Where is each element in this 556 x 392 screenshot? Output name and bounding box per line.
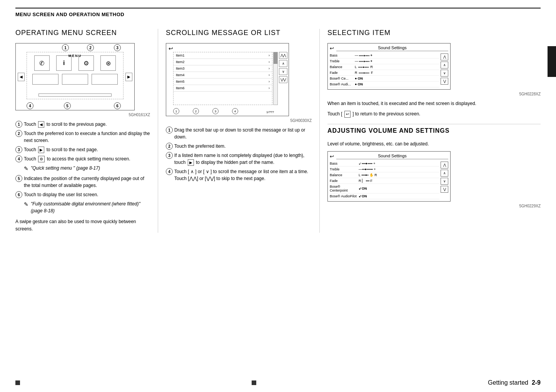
item-6-arrow: › xyxy=(269,86,270,90)
footer-circle-2: 2 xyxy=(193,108,199,114)
adjust-back-icon: ↩ xyxy=(330,153,334,159)
scroll-down-btn[interactable]: ∨ xyxy=(279,68,287,75)
gear-icon: ⚙ xyxy=(38,156,45,162)
item-5-label: Item5 xyxy=(176,80,185,83)
col-scrolling: SCROLLING MESSAGE OR LIST ↩ Item1› Item2… xyxy=(158,29,319,233)
footer-squares-left xyxy=(15,380,20,385)
item-6-label: Item6 xyxy=(176,86,185,90)
adj-down-bot[interactable]: ⋁ xyxy=(441,186,448,193)
instr-4-note: ✎ "Quick setting menu " (page 8-17) xyxy=(24,165,150,173)
treble-control: — ▪▪▪▪●▪▪▪▪ + xyxy=(355,59,439,63)
adj-fade-label: Fade xyxy=(330,179,359,183)
scroll-instr-1: 1 Drag the scroll bar up or down to scro… xyxy=(166,127,312,140)
main-columns: OPERATING MENU SCREEN ◀ ▶ MENU ✆ i ⚙ ⊛ xyxy=(15,29,541,233)
scrollbar-thumb xyxy=(274,52,277,64)
circle-1-pos: 1 xyxy=(62,44,70,51)
item-5-arrow: › xyxy=(269,80,270,83)
adj-up[interactable]: ∧ xyxy=(441,170,448,177)
adj-down[interactable]: ∨ xyxy=(441,178,448,185)
select-row-balance: Balance L ▪▪▪▪●▪▪▪▪ R xyxy=(330,64,439,70)
footer-page-label: Getting started xyxy=(488,379,528,386)
note-icon-1: ✎ xyxy=(24,165,28,173)
bose-c-label: Bose® Ce... xyxy=(330,77,355,80)
adjust-intro: Level of volume, brightness, etc. can be… xyxy=(327,140,541,148)
fade-control: R ▪▪▪▪●▪▪▪▪ F xyxy=(355,71,439,75)
select-touch-return: Touch [ ↩ ] to return to the previous sc… xyxy=(327,110,541,118)
scroll-top-btn[interactable]: ⋀⋀ xyxy=(279,52,287,59)
page-counter: 1/??? xyxy=(266,110,274,114)
select-diagram-id: 5GH0228XZ xyxy=(327,92,541,96)
scroll-item-1: Item1› xyxy=(174,52,272,59)
footer-circle-4: 4 xyxy=(232,108,238,114)
adj-row-treble: Treble —▪▪●▪▪▪▪▪ + xyxy=(330,167,439,172)
item-3-arrow: › xyxy=(269,67,270,70)
bose-c-control: ● ON xyxy=(355,77,439,80)
treble-minus: — xyxy=(355,59,358,63)
select-down-bot[interactable]: ⋁ xyxy=(441,78,448,85)
instr-5: 5 Indicates the position of the currentl… xyxy=(15,175,150,189)
instr-5-text: Indicates the position of the currently … xyxy=(24,175,150,189)
select-back-icon: ↩ xyxy=(330,45,334,51)
instr-6-text: Touch to display the user list screen. xyxy=(24,191,150,198)
adj-bose-c-on: ↙ON xyxy=(359,187,367,190)
adj-bass-label: Bass xyxy=(330,162,359,165)
menu-box-3 xyxy=(92,74,118,85)
adj-row-fade: Fade R ▏ ▪▪▪ F xyxy=(330,178,439,184)
scroll-num-1: 1 xyxy=(166,127,173,133)
select-row-bass: Bass — ▪▪▪▪●▪▪▪▪ + xyxy=(330,53,439,58)
num-1: 1 xyxy=(15,121,22,128)
balance-r: R xyxy=(371,65,373,69)
scroll-instr-2: 2 Touch the preferred item. xyxy=(166,143,312,150)
scrolling-instructions: 1 Drag the scroll bar up or down to scro… xyxy=(166,127,312,182)
scroll-list: Item1› Item2› Item3› Item4› Item5› Item6… xyxy=(173,52,272,105)
scroll-bottom-btn[interactable]: ⋁⋁ xyxy=(279,76,287,83)
footer: Getting started 2-9 xyxy=(15,379,541,386)
adj-bose-a-ctrl: ↙ON xyxy=(359,194,439,198)
footer-sq-1 xyxy=(15,380,20,385)
instr-2-text: Touch the preferred icon to execute a fu… xyxy=(24,130,150,144)
fade-r: R xyxy=(355,71,357,75)
adj-balance-label: Balance xyxy=(330,173,359,177)
select-down[interactable]: ∨ xyxy=(441,70,448,77)
select-row-bose-a: Bose® Audi... ● ON xyxy=(330,82,439,87)
select-up-top[interactable]: ⋀ xyxy=(441,53,448,60)
circle-5: 5 xyxy=(64,102,71,109)
circle-6: 6 xyxy=(114,102,121,109)
adj-row-balance: Balance L ▪▪▪●▪ ✋ R xyxy=(330,172,439,178)
bose-c-on: ON xyxy=(357,77,363,80)
scroll-up-btn[interactable]: ∧ xyxy=(279,60,287,67)
adj-bose-c-label: Bose® Centerpoint xyxy=(330,185,359,192)
adjust-rows: Bass ↙▪▪▪●▪▪▪▪ + Treble —▪▪●▪▪▪▪▪ + xyxy=(330,161,439,199)
num-6: 6 xyxy=(15,191,22,198)
menu-box-2 xyxy=(62,74,88,85)
adj-treble-label: Treble xyxy=(330,167,359,171)
menu-box-1 xyxy=(32,74,58,85)
adj-treble-ctrl: —▪▪●▪▪▪▪▪ + xyxy=(359,167,439,171)
bose-a-label: Bose® Audi... xyxy=(330,82,355,86)
menu-label: MENU xyxy=(68,54,82,58)
item-3-label: Item3 xyxy=(176,67,185,70)
circle-5-pos: 5 xyxy=(64,102,72,109)
bass-slider: ▪▪▪▪●▪▪▪▪ xyxy=(359,54,370,57)
adj-up-top[interactable]: ⋀ xyxy=(441,162,448,168)
scroll-num-3: 3 xyxy=(166,152,173,159)
note-1-text: "Quick setting menu " (page 8-17) xyxy=(31,165,100,172)
header-title: MENU SCREEN AND OPERATION METHOD xyxy=(15,12,124,17)
treble-label: Treble xyxy=(330,59,355,63)
select-up[interactable]: ∧ xyxy=(441,62,448,68)
right-sidebar-bar xyxy=(548,46,556,77)
adj-row-bose-a: Bose® AudioPilot ↙ON xyxy=(330,193,439,199)
swipe-note: A swipe gesture can also be used to move… xyxy=(15,218,150,233)
right-icon: ▶ xyxy=(38,147,44,153)
circle-4: 4 xyxy=(27,102,33,109)
col-operating-menu: OPERATING MENU SCREEN ◀ ▶ MENU ✆ i ⚙ ⊛ xyxy=(15,29,158,233)
adjust-diagram: ↩ Sound Settings Bass ↙▪▪▪●▪▪▪▪ + Treble xyxy=(327,151,451,202)
adj-fade-ctrl: R ▏ ▪▪▪ F xyxy=(359,179,439,183)
circle-3-pos: 3 xyxy=(114,44,122,51)
num-5: 5 xyxy=(15,175,22,182)
adjust-nav: ⋀ ∧ ∨ ⋁ xyxy=(441,161,448,199)
item-2-label: Item2 xyxy=(176,60,185,64)
num-2: 2 xyxy=(15,130,22,137)
scroll-instr-1-text: Drag the scroll bar up or down to scroll… xyxy=(174,127,312,140)
select-row-fade: Fade R ▪▪▪▪●▪▪▪▪ F xyxy=(330,70,439,76)
